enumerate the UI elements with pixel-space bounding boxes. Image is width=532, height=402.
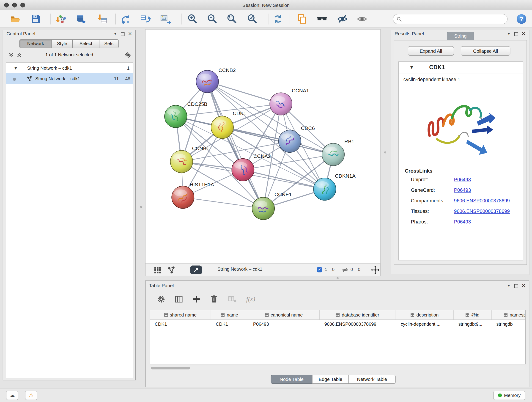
column-header[interactable]: @id bbox=[454, 310, 492, 319]
network-edge-CCNB2-CCNA1[interactable] bbox=[207, 82, 281, 104]
network-node-CDK1[interactable]: CDK1 bbox=[211, 110, 246, 138]
network-node-CCNB1[interactable]: CCNB1 bbox=[170, 146, 209, 173]
grid-view-icon[interactable] bbox=[154, 266, 162, 274]
panel-close-icon[interactable]: ✕ bbox=[522, 31, 526, 36]
section-expanded-icon[interactable]: ▼ bbox=[410, 65, 413, 70]
zoom-selected-icon[interactable] bbox=[246, 13, 259, 26]
tab-sets[interactable]: Sets bbox=[99, 39, 119, 48]
table-horizontal-scrollbar[interactable] bbox=[150, 366, 525, 370]
delete-column-trash-icon[interactable] bbox=[209, 294, 220, 304]
network-node-CDKN1A[interactable]: CDKN1A bbox=[313, 173, 355, 200]
scrollbar-thumb[interactable] bbox=[151, 367, 190, 370]
network-node-label: CCNE1 bbox=[274, 191, 292, 197]
panel-menu-caret-icon[interactable]: ▾ bbox=[508, 283, 510, 288]
zoom-in-icon[interactable] bbox=[186, 13, 199, 26]
network-selected-summary: 1 of 1 Network selected bbox=[3, 52, 135, 57]
hide-selected-eye-slash-icon[interactable] bbox=[336, 13, 349, 26]
cloud-button[interactable]: ☁ bbox=[6, 391, 18, 400]
panel-float-icon[interactable] bbox=[514, 32, 518, 36]
column-header[interactable]: description bbox=[396, 310, 454, 319]
network-canvas[interactable]: CCNB2CCNA1CDC25BCDK1CDC6RB1CCNB1CCNA2CDK… bbox=[145, 29, 381, 263]
import-network-file-icon[interactable] bbox=[55, 13, 68, 26]
horizontal-splitter-handle[interactable] bbox=[336, 277, 339, 279]
vertical-splitter-handle[interactable] bbox=[384, 152, 386, 153]
tab-style[interactable]: Style bbox=[51, 39, 73, 48]
panel-menu-caret-icon[interactable]: ▾ bbox=[508, 31, 510, 36]
panel-menu-caret-icon[interactable]: ▾ bbox=[114, 31, 116, 36]
save-session-icon[interactable] bbox=[29, 13, 42, 26]
crosslink-link[interactable]: P06493 bbox=[454, 177, 471, 182]
panel-float-icon[interactable] bbox=[514, 284, 518, 288]
tab-edge-table[interactable]: Edge Table bbox=[312, 375, 349, 384]
table-row[interactable]: CDK1 CDK1 P06493 9606.ENSP00000378699 cy… bbox=[150, 320, 525, 329]
column-header[interactable]: name bbox=[211, 310, 248, 319]
tab-network[interactable]: Network bbox=[19, 39, 52, 48]
network-edge-CDK1-RB1[interactable] bbox=[222, 128, 333, 155]
add-column-icon[interactable] bbox=[191, 294, 202, 304]
network-node-CCNB2[interactable]: CCNB2 bbox=[196, 67, 236, 93]
graphics-details-glasses-icon[interactable] bbox=[316, 13, 328, 26]
column-header[interactable]: namespace bbox=[492, 310, 526, 319]
network-collection-row[interactable]: ▼ String Network – cdk1 1 bbox=[6, 63, 133, 73]
network-from-table-icon[interactable] bbox=[139, 13, 152, 26]
selection-checkbox-icon[interactable]: ✓ bbox=[317, 267, 322, 272]
import-network-database-icon[interactable] bbox=[75, 13, 88, 26]
crosslink-link[interactable]: P06493 bbox=[454, 187, 471, 193]
column-type-icon bbox=[221, 313, 225, 317]
column-header[interactable]: shared name bbox=[150, 310, 211, 319]
network-node-CCNA1[interactable]: CCNA1 bbox=[270, 88, 309, 115]
network-tools-icon[interactable] bbox=[119, 13, 132, 26]
control-panel-tabbar: NetworkStyleSelectSets bbox=[19, 39, 118, 48]
panel-float-icon[interactable] bbox=[121, 32, 124, 36]
expand-all-button[interactable]: Expand All bbox=[408, 46, 454, 56]
network-row-selected[interactable]: String Network – cdk1 11 48 bbox=[6, 73, 133, 84]
network-edge-count: 48 bbox=[125, 73, 130, 84]
memory-button[interactable]: Memory bbox=[493, 391, 525, 400]
vertical-splitter-handle[interactable] bbox=[140, 206, 142, 208]
show-all-eye-icon[interactable] bbox=[355, 13, 368, 26]
warnings-button[interactable]: ⚠ bbox=[25, 391, 37, 400]
delete-table-icon[interactable] bbox=[227, 294, 238, 304]
show-columns-icon[interactable] bbox=[173, 294, 184, 304]
network-node-HIST1H1A[interactable]: HIST1H1A bbox=[172, 182, 214, 208]
column-type-icon bbox=[504, 313, 507, 317]
tab-network-table[interactable]: Network Table bbox=[348, 375, 396, 384]
import-table-icon[interactable] bbox=[96, 13, 109, 26]
results-body: Expand All Collapse All ▼ CDK1 cyclin-de… bbox=[394, 40, 527, 265]
open-in-window-button[interactable] bbox=[190, 266, 202, 274]
tab-string[interactable]: String bbox=[447, 32, 474, 41]
network-view-title: String Network – cdk1 bbox=[217, 267, 262, 272]
crosslink-link[interactable]: 9606.ENSP00000378699 bbox=[454, 209, 510, 214]
hidden-eye-slash-icon[interactable] bbox=[342, 267, 348, 274]
function-builder-icon[interactable]: f(x) bbox=[243, 294, 258, 304]
copy-document-icon[interactable] bbox=[296, 13, 309, 26]
gear-icon[interactable] bbox=[124, 51, 131, 58]
gene-section-header[interactable]: ▼ CDK1 bbox=[399, 62, 523, 74]
tab-node-table[interactable]: Node Table bbox=[271, 375, 312, 384]
search-input[interactable] bbox=[404, 17, 504, 22]
column-header[interactable]: canonical name bbox=[248, 310, 320, 319]
export-image-icon[interactable] bbox=[159, 13, 172, 26]
pan-crosshair-icon[interactable] bbox=[371, 266, 380, 274]
table-settings-gear-icon[interactable] bbox=[156, 294, 167, 304]
crosslink-row: Uniprot: P06493 bbox=[399, 175, 523, 185]
network-graph[interactable]: CCNB2CCNA1CDC25BCDK1CDC6RB1CCNB1CCNA2CDK… bbox=[146, 30, 381, 263]
column-header[interactable]: database identifier bbox=[320, 310, 396, 319]
panel-close-icon[interactable]: ✕ bbox=[522, 283, 526, 288]
network-edge-HIST1H1A-CCNE1[interactable] bbox=[183, 197, 263, 209]
network-share-view-icon[interactable] bbox=[167, 266, 176, 274]
refresh-icon[interactable] bbox=[272, 13, 284, 26]
crosslink-link[interactable]: 9606.ENSP00000378699 bbox=[454, 198, 510, 204]
collapse-all-button[interactable]: Collapse All bbox=[461, 46, 510, 56]
open-session-icon[interactable] bbox=[9, 13, 22, 26]
hidden-count: 0 – 0 bbox=[351, 267, 360, 272]
network-edge-CCNB2-CCNE1[interactable] bbox=[207, 82, 263, 209]
tree-expanded-icon[interactable]: ▼ bbox=[14, 63, 17, 73]
zoom-out-icon[interactable] bbox=[206, 13, 218, 26]
tab-select[interactable]: Select bbox=[72, 39, 99, 48]
panel-close-icon[interactable]: ✕ bbox=[128, 31, 132, 36]
network-node-RB1[interactable]: RB1 bbox=[322, 139, 354, 166]
crosslink-link[interactable]: P06493 bbox=[454, 219, 471, 225]
zoom-fit-icon[interactable] bbox=[225, 13, 238, 26]
help-icon[interactable]: ? bbox=[515, 13, 528, 26]
